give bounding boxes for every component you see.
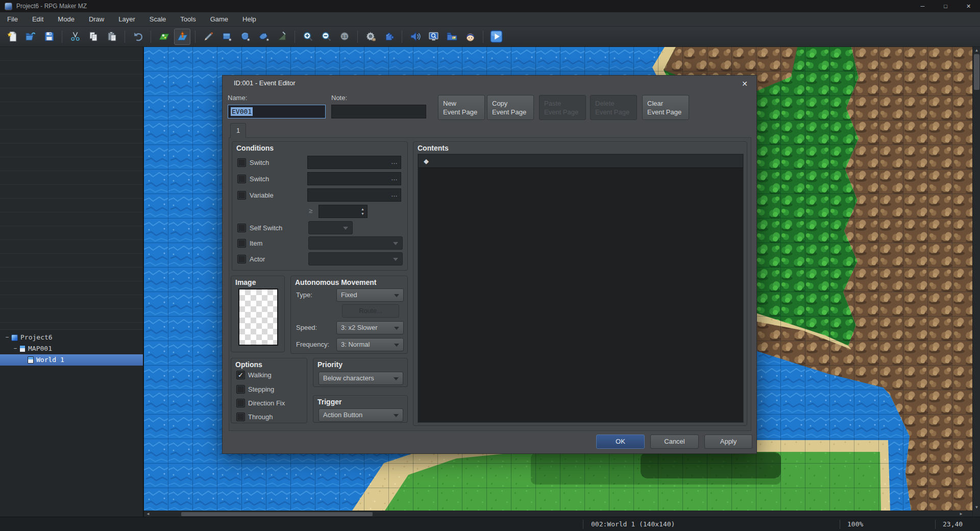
close-button[interactable]: ✕ bbox=[957, 0, 980, 12]
status-map-info: 002:World 1 (140x140) bbox=[591, 520, 675, 529]
event-searcher-icon[interactable] bbox=[425, 29, 442, 45]
dialog-close-icon[interactable]: ✕ bbox=[739, 78, 750, 89]
plugin-manager-icon[interactable] bbox=[381, 29, 397, 45]
copy-event-page-button[interactable]: CopyEvent Page bbox=[487, 95, 534, 120]
speed-select[interactable]: 3: x2 Slower bbox=[336, 321, 404, 334]
self-switch-checkbox[interactable] bbox=[237, 224, 246, 232]
self-switch-select[interactable] bbox=[308, 221, 353, 234]
ok-button[interactable]: OK bbox=[596, 435, 645, 449]
tree-item-project[interactable]: − Project6 bbox=[0, 332, 143, 343]
priority-select[interactable]: Below characters bbox=[318, 372, 403, 385]
item-select[interactable] bbox=[308, 236, 403, 250]
toolbar: 1:1 bbox=[0, 27, 980, 47]
event-mode-icon[interactable] bbox=[174, 29, 190, 45]
tileset-palette[interactable] bbox=[0, 47, 143, 329]
scroll-right-icon[interactable]: ► bbox=[958, 512, 964, 517]
browse-icon[interactable]: … bbox=[391, 158, 398, 165]
menu-tools[interactable]: Tools bbox=[173, 12, 203, 26]
menu-mode[interactable]: Mode bbox=[51, 12, 82, 26]
horizontal-scrollbar[interactable]: ◄ ► bbox=[144, 511, 972, 517]
cut-icon[interactable] bbox=[67, 29, 83, 45]
maximize-button[interactable]: □ bbox=[934, 0, 957, 12]
type-label: Type: bbox=[296, 291, 312, 299]
menu-scale[interactable]: Scale bbox=[142, 12, 174, 26]
event-page-tab-1[interactable]: 1 bbox=[230, 123, 246, 138]
switch1-checkbox[interactable] bbox=[237, 158, 246, 167]
cancel-button[interactable]: Cancel bbox=[650, 435, 699, 449]
direction-fix-checkbox[interactable] bbox=[236, 399, 245, 407]
minimize-button[interactable]: ─ bbox=[911, 0, 934, 12]
flood-fill-tool-icon[interactable] bbox=[255, 29, 272, 45]
note-input[interactable] bbox=[331, 105, 426, 118]
menu-draw[interactable]: Draw bbox=[82, 12, 111, 26]
zoom-out-icon[interactable] bbox=[318, 29, 334, 45]
left-panel: − Project6 − MAP001 World 1 bbox=[0, 47, 144, 517]
check-icon: ✓ bbox=[238, 371, 243, 379]
tree-item-map001[interactable]: − MAP001 bbox=[0, 343, 143, 354]
ellipse-tool-icon[interactable] bbox=[237, 29, 253, 45]
contents-title: Contents bbox=[418, 144, 449, 152]
zoom-in-icon[interactable] bbox=[300, 29, 316, 45]
spin-up-icon[interactable]: ▲ bbox=[361, 207, 364, 211]
variable-value-spinner[interactable]: ▲ ▼ bbox=[318, 205, 368, 218]
command-row-selected[interactable]: ◆ bbox=[419, 155, 743, 168]
new-event-page-button[interactable]: NewEvent Page bbox=[438, 95, 485, 120]
menu-file[interactable]: File bbox=[0, 12, 25, 26]
trigger-select[interactable]: Action Button bbox=[318, 408, 403, 422]
playtest-icon[interactable] bbox=[488, 29, 504, 45]
apply-button[interactable]: Apply bbox=[704, 435, 752, 449]
character-generator-icon[interactable] bbox=[462, 29, 478, 45]
resource-manager-icon[interactable] bbox=[444, 29, 460, 45]
new-project-icon[interactable] bbox=[4, 29, 20, 45]
name-input[interactable]: EV001 bbox=[228, 105, 326, 118]
clear-event-page-button[interactable]: ClearEvent Page bbox=[642, 95, 689, 120]
undo-icon[interactable] bbox=[130, 29, 146, 45]
image-group: Image bbox=[231, 276, 285, 352]
save-project-icon[interactable] bbox=[41, 29, 57, 45]
copy-icon[interactable] bbox=[85, 29, 102, 45]
through-checkbox[interactable] bbox=[236, 413, 245, 421]
event-command-list[interactable]: ◆ bbox=[418, 154, 744, 423]
switch1-field[interactable]: … bbox=[307, 156, 401, 169]
menu-layer[interactable]: Layer bbox=[111, 12, 142, 26]
horizontal-scroll-thumb[interactable] bbox=[181, 512, 373, 516]
scroll-left-icon[interactable]: ◄ bbox=[145, 512, 151, 517]
variable-field[interactable]: … bbox=[307, 188, 401, 202]
rectangle-tool-icon[interactable] bbox=[218, 29, 235, 45]
scroll-up-icon[interactable]: ▲ bbox=[973, 48, 980, 53]
browse-icon[interactable]: … bbox=[391, 174, 398, 182]
menu-edit[interactable]: Edit bbox=[25, 12, 51, 26]
database-icon[interactable] bbox=[362, 29, 379, 45]
variable-checkbox[interactable] bbox=[237, 191, 246, 200]
open-project-icon[interactable] bbox=[22, 29, 39, 45]
spin-down-icon[interactable]: ▼ bbox=[361, 212, 364, 215]
switch2-checkbox[interactable] bbox=[237, 175, 246, 183]
zoom-actual-icon[interactable]: 1:1 bbox=[336, 29, 353, 45]
item-checkbox[interactable] bbox=[237, 239, 246, 248]
shadow-pen-tool-icon[interactable] bbox=[274, 29, 290, 45]
actor-checkbox[interactable] bbox=[237, 255, 246, 263]
frequency-select[interactable]: 3: Normal bbox=[336, 338, 404, 351]
scroll-down-icon[interactable]: ▼ bbox=[973, 505, 980, 510]
sound-test-icon[interactable] bbox=[407, 29, 423, 45]
tree-item-world1[interactable]: World 1 bbox=[0, 354, 143, 366]
switch2-field[interactable]: … bbox=[307, 172, 401, 185]
map-mode-icon[interactable] bbox=[156, 29, 172, 45]
tree-label: World 1 bbox=[36, 354, 64, 366]
delete-event-page-button: DeleteEvent Page bbox=[590, 95, 637, 120]
collapse-icon[interactable]: − bbox=[12, 343, 18, 354]
movement-type-select[interactable]: Fixed bbox=[336, 288, 404, 302]
vertical-scrollbar[interactable]: ▲ ▼ bbox=[972, 47, 980, 517]
paste-icon[interactable] bbox=[104, 29, 120, 45]
collapse-icon[interactable]: − bbox=[4, 332, 10, 343]
menu-help[interactable]: Help bbox=[235, 12, 263, 26]
pencil-tool-icon[interactable] bbox=[200, 29, 216, 45]
actor-select[interactable] bbox=[308, 252, 403, 266]
walking-checkbox[interactable]: ✓ bbox=[236, 371, 245, 379]
stepping-checkbox[interactable] bbox=[236, 385, 245, 394]
vertical-scroll-thumb[interactable] bbox=[974, 54, 979, 90]
rpg-maker-window: Project6 - RPG Maker MZ ─ □ ✕ File Edit … bbox=[0, 0, 980, 531]
menu-game[interactable]: Game bbox=[203, 12, 235, 26]
event-image-box[interactable] bbox=[238, 288, 278, 346]
browse-icon[interactable]: … bbox=[391, 190, 398, 198]
